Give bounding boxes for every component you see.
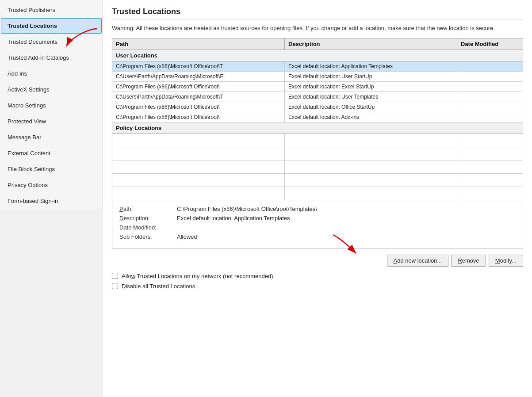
sidebar-item-add-ins[interactable]: Add-ins [1,66,102,81]
sidebar-item-trusted-publishers[interactable]: Trusted Publishers [1,2,102,18]
table-row[interactable]: C:\Program Files (x86)\Microsoft Office\… [112,112,523,122]
detail-subfolders-value: Allowed [177,233,197,240]
col-header-description: Description [285,38,457,50]
cell-date [457,61,523,71]
policy-locations-header: Policy Locations [112,122,523,134]
detail-path-value: C:\Program Files (x86)\Microsoft Office\… [177,206,317,212]
user-locations-header: User Locations [112,50,523,61]
detail-subfolders-label: Sub Folders: [119,233,177,240]
table-row[interactable]: C:\Program Files (x86)\Microsoft Office\… [112,81,523,92]
detail-subfolders-row: Sub Folders: Allowed [119,233,516,240]
detail-date-row: Date Modified: [119,224,516,231]
cell-description: Excel default location: User StartUp [285,71,457,81]
cell-path: C:\Program Files (x86)\Microsoft Office\… [112,102,285,112]
allow-network-checkbox-row: Allow Trusted Locations on my network (n… [112,273,523,279]
sidebar-item-protected-view[interactable]: Protected View [1,114,102,129]
detail-section: Path: C:\Program Files (x86)\Microsoft O… [112,200,523,248]
cell-path: C:\Program Files (x86)\Microsoft Office\… [112,81,285,92]
sidebar-item-trusted-addin-catalogs[interactable]: Trusted Add-in Catalogs [1,50,102,65]
cell-description: Excel default location: User Templates [285,92,457,102]
remove-button[interactable]: Remove [451,255,486,267]
disable-all-checkbox-row: Disable all Trusted Locations [112,283,523,290]
detail-date-label: Date Modified: [119,224,177,231]
cell-date [457,112,523,122]
cell-path: C:\Program Files (x86)\Microsoft Office\… [112,112,285,122]
cell-description: Excel default location: Excel StartUp [285,81,457,92]
sidebar: Trusted PublishersTrusted LocationsTrust… [0,0,103,209]
disable-all-label[interactable]: Disable all Trusted Locations [122,283,195,290]
table-row[interactable]: C:\Users\Parth\AppData\Roaming\Microsoft… [112,71,523,81]
table-row-empty [112,134,523,147]
cell-path: C:\Users\Parth\AppData\Roaming\Microsoft… [112,92,285,102]
cell-date [457,92,523,102]
modify-button[interactable]: Modify... [489,255,523,267]
sidebar-item-message-bar[interactable]: Message Bar [1,130,102,145]
sidebar-item-external-content[interactable]: External Content [1,145,102,161]
main-content: Trusted Locations Warning: All these loc… [103,0,532,397]
col-header-path: Path [112,38,285,50]
sidebar-item-form-based-sign-in[interactable]: Form-based Sign-in [1,193,102,209]
cell-path: C:\Users\Parth\AppData\Roaming\Microsoft… [112,71,285,81]
sidebar-item-macro-settings[interactable]: Macro Settings [1,98,102,113]
sidebar-item-trusted-locations[interactable]: Trusted Locations [1,18,102,34]
page-title: Trusted Locations [112,7,523,19]
locations-table: Path Description Date Modified User Loca… [112,38,523,200]
sidebar-item-trusted-documents[interactable]: Trusted Documents [1,34,102,50]
table-row-empty [112,160,523,173]
cell-date [457,102,523,112]
add-new-location-button[interactable]: Add new location... [387,255,449,267]
cell-description: Excel default location: Office StartUp [285,102,457,112]
cell-description: Excel default location: Application Temp… [285,61,457,71]
detail-path-row: Path: C:\Program Files (x86)\Microsoft O… [119,206,516,212]
sidebar-item-activex-settings[interactable]: ActiveX Settings [1,82,102,97]
sidebar-item-privacy-options[interactable]: Privacy Options [1,177,102,193]
cell-description: Excel default location: Add-ins [285,112,457,122]
detail-description-row: Description: Excel default location: App… [119,215,516,221]
disable-all-checkbox[interactable] [112,283,118,289]
cell-date [457,71,523,81]
sidebar-item-file-block-settings[interactable]: File Block Settings [1,161,102,177]
table-row[interactable]: C:\Users\Parth\AppData\Roaming\Microsoft… [112,92,523,102]
allow-network-checkbox[interactable] [112,273,118,279]
buttons-row: Add new location... Remove Modify... [112,255,523,267]
cell-path: C:\Program Files (x86)\Microsoft Office\… [112,61,285,71]
table-row[interactable]: C:\Program Files (x86)\Microsoft Office\… [112,102,523,112]
table-row-empty [112,173,523,187]
cell-date [457,81,523,92]
detail-path-label: Path: [119,206,177,212]
detail-description-label: Description: [119,215,177,221]
table-row[interactable]: C:\Program Files (x86)\Microsoft Office\… [112,61,523,71]
table-row-empty [112,187,523,200]
warning-text: Warning: All these locations are treated… [112,24,523,33]
table-row-empty [112,147,523,160]
detail-description-value: Excel default location: Application Temp… [177,215,290,221]
col-header-date: Date Modified [457,38,523,50]
allow-network-label[interactable]: Allow Trusted Locations on my network (n… [122,273,273,279]
